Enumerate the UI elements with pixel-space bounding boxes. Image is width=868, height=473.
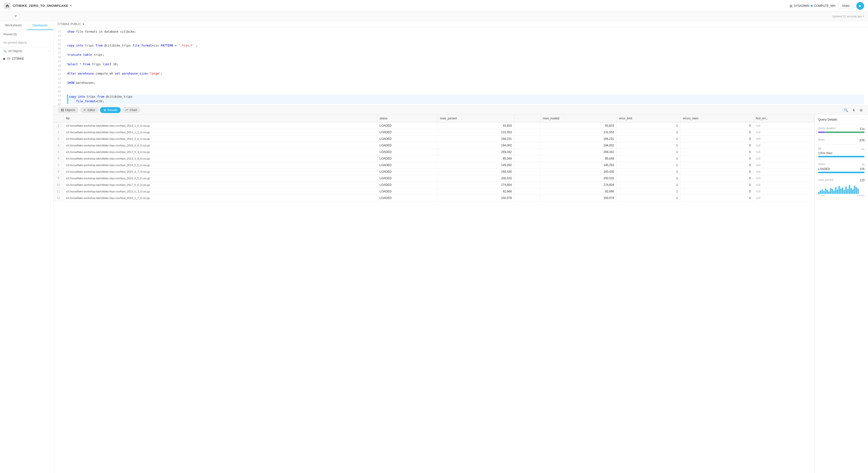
row-num: 6 bbox=[54, 156, 63, 162]
cell-error-limit: 1 bbox=[617, 195, 681, 201]
row-num: 3 bbox=[54, 136, 63, 142]
col-header-error-limit[interactable]: error_limit bbox=[617, 115, 681, 122]
run-button[interactable] bbox=[856, 2, 864, 10]
row-num: 4 bbox=[54, 142, 63, 149]
qd-duration-label: Query duration bbox=[818, 127, 836, 130]
qd-status-value: LOADED bbox=[818, 167, 830, 171]
cell-status: LOADED bbox=[377, 156, 437, 162]
sidebar-item-citibike[interactable]: ▶ CITIBIKE bbox=[3, 56, 50, 61]
chart-icon bbox=[126, 109, 128, 111]
cell-errors-seen: 0 bbox=[680, 169, 753, 175]
cell-more bbox=[514, 136, 540, 142]
download-button[interactable]: ⬇ bbox=[851, 107, 857, 113]
row-num: 12 bbox=[54, 195, 63, 201]
col-header-file[interactable]: file bbox=[63, 115, 377, 122]
chart-tab-button[interactable]: Chart bbox=[122, 107, 140, 113]
qd-title: Query Details bbox=[818, 117, 837, 121]
qd-file-bar bbox=[818, 156, 865, 157]
chart-max-label: 279,964 bbox=[857, 194, 865, 197]
mini-bar-item bbox=[833, 191, 835, 194]
title-chevron-icon[interactable]: ▾ bbox=[70, 4, 72, 7]
col-header-rows-parsed[interactable]: rows_parsed bbox=[437, 115, 515, 122]
results-container: file status rows_parsed ··· rows_loaded … bbox=[54, 115, 868, 473]
cell-status: LOADED bbox=[377, 142, 437, 149]
cell-rows-parsed: 274,604 bbox=[437, 182, 515, 188]
cell-rows-loaded: 269,342 bbox=[540, 149, 617, 156]
cell-file: s3://snowflake-workshop-lab/citibike-tri… bbox=[63, 169, 377, 175]
cell-file: s3://snowflake-workshop-lab/citibike-tri… bbox=[63, 142, 377, 149]
cell-file: s3://snowflake-workshop-lab/citibike-tri… bbox=[63, 129, 377, 136]
cell-first-err: null bbox=[753, 136, 814, 142]
qd-bar-green bbox=[825, 132, 865, 133]
qd-rows-parsed-section: rows_parsed 123 77,756 279,964 bbox=[815, 176, 868, 200]
qd-rows-section: Rows 376 bbox=[815, 136, 868, 145]
cell-rows-parsed: 145,292 bbox=[437, 162, 515, 169]
cell-errors-seen: 0 bbox=[680, 122, 753, 129]
results-table-wrapper[interactable]: file status rows_parsed ··· rows_loaded … bbox=[54, 115, 814, 473]
updated-timestamp: Updated 31 seconds ago bbox=[832, 15, 862, 18]
qd-rows-parsed-count: 123 bbox=[860, 178, 865, 182]
cell-more bbox=[514, 195, 540, 201]
cell-file: s3://snowflake-workshop-lab/citibike-tri… bbox=[63, 195, 377, 201]
search-results-button[interactable]: 🔍 bbox=[842, 107, 849, 113]
cell-more bbox=[514, 142, 540, 149]
cell-file: s3://snowflake-workshop-lab/citibike-tri… bbox=[63, 162, 377, 169]
cell-first-err: null bbox=[753, 142, 814, 149]
all-objects-label[interactable]: All Objects bbox=[8, 49, 22, 53]
cell-file: s3://snowflake-workshop-lab/citibike-tri… bbox=[63, 182, 377, 188]
cell-more bbox=[514, 169, 540, 175]
more-options-icon[interactable]: ··· bbox=[47, 49, 50, 53]
cell-errors-seen: 0 bbox=[680, 142, 753, 149]
objects-icon bbox=[61, 109, 64, 111]
tab-worksheets[interactable]: Worksheets bbox=[0, 21, 27, 30]
col-header-rows-loaded[interactable]: rows_loaded bbox=[540, 115, 617, 122]
layout-button[interactable]: ⊞ bbox=[858, 107, 864, 113]
tab-databases[interactable]: Databases bbox=[27, 21, 54, 30]
table-row: 9 s3://snowflake-workshop-lab/citibike-t… bbox=[54, 175, 814, 182]
cell-first-err: null bbox=[753, 188, 814, 195]
sidebar-search[interactable]: 🔍 All Objects ··· bbox=[0, 47, 53, 55]
results-toolbar: Objects Editor Results Chart 🔍 ⬇ ⊞ bbox=[54, 105, 868, 115]
code-editor[interactable]: 3233343536373839404142434445464748495051… bbox=[54, 28, 868, 105]
cell-status: LOADED bbox=[377, 182, 437, 188]
table-row: 3 s3://snowflake-workshop-lab/citibike-t… bbox=[54, 136, 814, 142]
secondbar: Updated 31 seconds ago ▾ bbox=[0, 12, 868, 21]
col-header-num bbox=[54, 115, 63, 122]
home-icon[interactable] bbox=[4, 2, 11, 9]
qd-more-icon[interactable]: ··· bbox=[861, 117, 865, 122]
qd-file-bar-fill bbox=[818, 156, 865, 157]
filter-button[interactable] bbox=[12, 13, 19, 20]
cell-error-limit: 1 bbox=[617, 149, 681, 156]
cell-first-err: null bbox=[753, 149, 814, 156]
mini-bar-item bbox=[835, 187, 837, 194]
col-header-errors-seen[interactable]: errors_seen bbox=[680, 115, 753, 122]
mini-bar-item bbox=[844, 190, 845, 194]
cell-errors-seen: 0 bbox=[680, 136, 753, 142]
svg-rect-10 bbox=[63, 110, 64, 111]
cell-rows-parsed: 160,430 bbox=[437, 169, 515, 175]
mini-bar-item bbox=[854, 185, 855, 194]
db-path-chevron[interactable]: ▾ bbox=[83, 23, 84, 26]
cell-file: s3://snowflake-workshop-lab/citibike-tri… bbox=[63, 188, 377, 195]
code-content[interactable]: show file formats in database citibike;c… bbox=[63, 28, 868, 105]
cell-rows-loaded: 85,049 bbox=[540, 156, 617, 162]
row-num: 11 bbox=[54, 188, 63, 195]
db-item-label: CITIBIKE bbox=[12, 57, 24, 60]
col-header-more: ··· bbox=[514, 115, 540, 122]
cell-rows-parsed: 150,078 bbox=[437, 195, 515, 201]
pinned-title: Pinned (0) bbox=[3, 33, 50, 36]
col-header-first-err[interactable]: first_err... bbox=[753, 115, 814, 122]
col-header-status[interactable]: status bbox=[377, 115, 437, 122]
topbar: CITIBIKE_ZERO_TO_SNOWFLAKE ▾ SYSADMIN CO… bbox=[0, 0, 868, 12]
results-tab-button[interactable]: Results bbox=[100, 107, 121, 113]
cell-more bbox=[514, 156, 540, 162]
cell-errors-seen: 0 bbox=[680, 156, 753, 162]
editor-tab-button[interactable]: Editor bbox=[80, 107, 98, 113]
objects-tab-button[interactable]: Objects bbox=[58, 107, 79, 113]
mini-chart-labels: 77,756 279,964 bbox=[818, 194, 865, 197]
mini-bar-item bbox=[849, 185, 850, 194]
cell-rows-parsed: 166,231 bbox=[437, 136, 515, 142]
chevron-right-icon: ▶ bbox=[3, 57, 6, 60]
share-button[interactable]: Share bbox=[838, 3, 854, 9]
qd-duration-bar bbox=[818, 132, 865, 133]
